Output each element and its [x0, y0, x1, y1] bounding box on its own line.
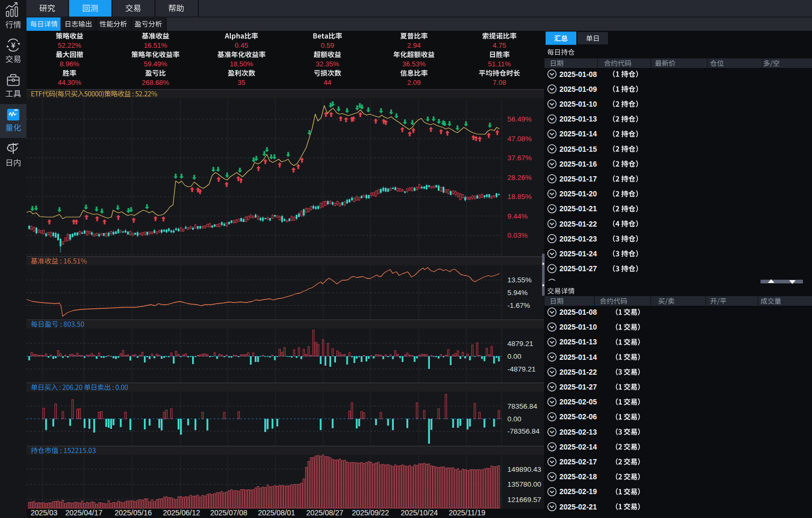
svg-text:2025/11/19: 2025/11/19 — [448, 508, 485, 517]
svg-text:0.00: 0.00 — [507, 415, 521, 423]
svg-text:4879.21: 4879.21 — [507, 340, 533, 348]
svg-text:16.51%: 16.51% — [144, 41, 168, 49]
svg-text:2025-01-23: 2025-01-23 — [559, 235, 597, 243]
svg-text:2025-02-18: 2025-02-18 — [559, 473, 597, 481]
svg-text:135780.00: 135780.00 — [507, 480, 541, 488]
svg-text:36.53%: 36.53% — [402, 60, 426, 68]
svg-text:2025-01-21: 2025-01-21 — [559, 205, 597, 213]
svg-text:2025-01-22: 2025-01-22 — [559, 220, 597, 228]
svg-text:59.49%: 59.49% — [144, 60, 168, 68]
svg-text:9.44%: 9.44% — [507, 212, 528, 220]
svg-text:2025-01-08: 2025-01-08 — [559, 308, 597, 316]
svg-text:2025-02-17: 2025-02-17 — [559, 458, 597, 466]
svg-text:13.55%: 13.55% — [507, 276, 532, 284]
svg-text:2025/04/17: 2025/04/17 — [65, 508, 102, 517]
svg-text:51.11%: 51.11% — [488, 60, 511, 68]
svg-text:2025-01-09: 2025-01-09 — [559, 85, 597, 93]
svg-text:2025-01-08: 2025-01-08 — [559, 71, 597, 79]
svg-text:0.45: 0.45 — [235, 41, 248, 49]
svg-text:37.67%: 37.67% — [507, 154, 532, 162]
svg-text:78356.84: 78356.84 — [507, 402, 538, 410]
svg-text:2.94: 2.94 — [407, 41, 420, 49]
svg-text:268.68%: 268.68% — [142, 79, 169, 87]
svg-text:18.50%: 18.50% — [230, 60, 254, 68]
svg-text:2025/05/16: 2025/05/16 — [115, 508, 152, 517]
svg-text:2025-02-06: 2025-02-06 — [559, 413, 597, 421]
svg-text:2025-01-16: 2025-01-16 — [559, 160, 597, 168]
svg-text:2025-02-05: 2025-02-05 — [559, 398, 597, 406]
svg-text:2025/08/27: 2025/08/27 — [306, 508, 343, 517]
svg-text:2025-01-14: 2025-01-14 — [559, 353, 597, 361]
svg-text:2025-02-21: 2025-02-21 — [559, 503, 597, 511]
svg-text:0.03%: 0.03% — [507, 231, 528, 239]
svg-text:2025/08/01: 2025/08/01 — [258, 508, 295, 517]
svg-text:2025/10/24: 2025/10/24 — [401, 508, 438, 517]
svg-text:149890.43: 149890.43 — [507, 465, 541, 473]
svg-text:2025-01-20: 2025-01-20 — [559, 190, 597, 198]
svg-text:2025-01-13: 2025-01-13 — [559, 115, 597, 123]
svg-text:2025-01-24: 2025-01-24 — [559, 250, 597, 258]
svg-text:2025-02-13: 2025-02-13 — [559, 428, 597, 436]
svg-text:47.08%: 47.08% — [507, 135, 532, 143]
svg-text:2025-02-19: 2025-02-19 — [559, 488, 597, 496]
svg-text:-4879.21: -4879.21 — [507, 365, 535, 373]
svg-text:4.75: 4.75 — [493, 41, 506, 49]
svg-text:44: 44 — [324, 79, 331, 87]
svg-text:18.85%: 18.85% — [507, 193, 532, 201]
svg-text:44.30%: 44.30% — [58, 79, 82, 87]
svg-text:8.96%: 8.96% — [60, 60, 80, 68]
svg-text:2025/03: 2025/03 — [31, 508, 58, 517]
svg-text:28.26%: 28.26% — [507, 174, 532, 182]
svg-text:121669.57: 121669.57 — [507, 496, 541, 504]
svg-text:2025-01-27: 2025-01-27 — [559, 265, 597, 273]
svg-text:0.00: 0.00 — [507, 352, 521, 360]
svg-text:2025-01-10: 2025-01-10 — [559, 100, 597, 108]
svg-text:2025/06/12: 2025/06/12 — [163, 508, 200, 517]
svg-text:56.49%: 56.49% — [507, 115, 532, 123]
svg-text:2025-01-22: 2025-01-22 — [559, 368, 597, 376]
svg-text:35: 35 — [238, 79, 245, 87]
svg-text:2.09: 2.09 — [407, 79, 420, 87]
svg-text:2025-01-15: 2025-01-15 — [559, 145, 597, 153]
svg-text:2025-01-27: 2025-01-27 — [559, 383, 597, 391]
svg-text:32.35%: 32.35% — [316, 60, 340, 68]
svg-text:-78356.84: -78356.84 — [507, 427, 540, 435]
svg-text:2025-02-14: 2025-02-14 — [559, 443, 597, 451]
svg-text:2025-01-17: 2025-01-17 — [559, 175, 597, 183]
svg-text:2025-01-13: 2025-01-13 — [559, 338, 597, 346]
svg-text:0.59: 0.59 — [321, 41, 334, 49]
svg-text:-1.67%: -1.67% — [507, 301, 530, 309]
svg-text:52.22%: 52.22% — [58, 41, 82, 49]
svg-text:2025/09/22: 2025/09/22 — [352, 508, 389, 517]
svg-text:2025-01-14: 2025-01-14 — [559, 130, 597, 138]
svg-text:5.94%: 5.94% — [507, 289, 528, 297]
svg-text:2025-01-10: 2025-01-10 — [559, 323, 597, 331]
svg-text:7.08: 7.08 — [493, 79, 506, 87]
svg-text:2025/07/08: 2025/07/08 — [210, 508, 247, 517]
